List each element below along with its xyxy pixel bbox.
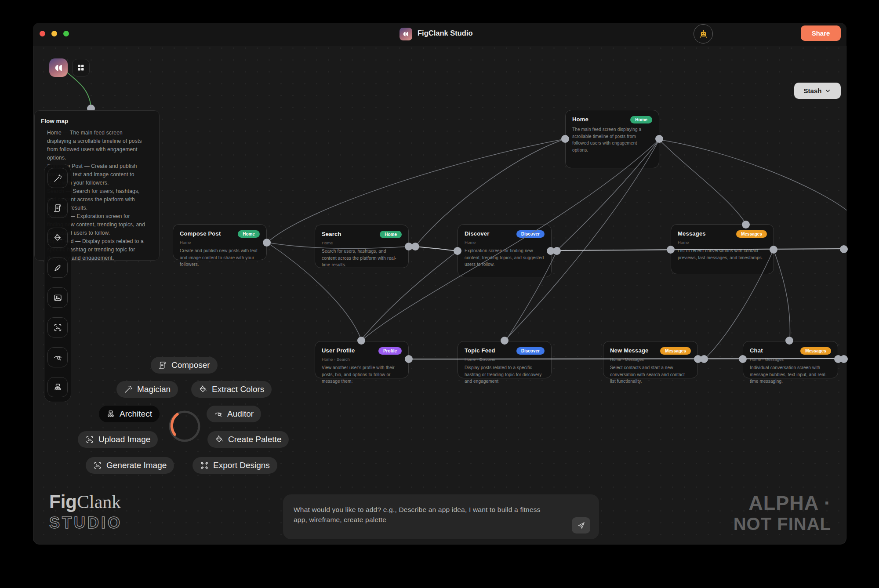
send-button[interactable] xyxy=(572,517,590,534)
paper-plane-icon xyxy=(577,521,585,530)
grid-view-button[interactable] xyxy=(72,59,90,76)
image-frame-icon xyxy=(85,435,94,444)
sidebar-auditor-button[interactable] xyxy=(47,347,68,367)
magic-wand-icon xyxy=(124,385,133,394)
logo-marks-icon xyxy=(54,63,64,73)
tool-label: Extract Colors xyxy=(212,385,264,394)
tool-sidebar xyxy=(44,164,71,402)
tool-composer[interactable]: Composer xyxy=(151,357,218,374)
chevron-down-icon xyxy=(825,87,831,94)
node-title: Topic Feed xyxy=(465,347,495,354)
sidebar-magician-button[interactable] xyxy=(47,168,68,188)
tool-label: Architect xyxy=(120,409,152,419)
node-title: Compose Post xyxy=(180,230,221,237)
sidebar-pen-button[interactable] xyxy=(47,258,68,278)
node-description: Search for users, hashtags, and content … xyxy=(322,248,402,269)
tool-export-designs[interactable]: Export Designs xyxy=(193,457,277,474)
node-title: Discover xyxy=(465,230,490,237)
sidebar-extract-colors-button[interactable] xyxy=(47,228,68,248)
tool-label: Upload Image xyxy=(98,435,150,444)
node-description: Display posts related to a specific hash… xyxy=(465,364,545,385)
sidebar-upload-image-button[interactable] xyxy=(47,287,68,308)
node-description: Exploration screen for finding new conte… xyxy=(465,247,545,268)
connector-port[interactable] xyxy=(785,337,793,345)
sidebar-architect-button[interactable] xyxy=(47,377,68,397)
node-breadcrumb: Home › Discover xyxy=(465,357,545,362)
node-title: Chat xyxy=(750,347,763,354)
node-title: Messages xyxy=(678,230,706,237)
node-description: The main feed screen displaying a scroll… xyxy=(572,126,652,153)
node-breadcrumb: Home xyxy=(322,240,402,245)
tool-magician[interactable]: Magician xyxy=(116,381,178,398)
connector-port[interactable] xyxy=(739,355,747,363)
connector-port[interactable] xyxy=(357,337,365,345)
brand-studio: STUDIO xyxy=(49,514,122,532)
node-card-topic-feed[interactable]: Topic FeedDiscover Home › Discover Displ… xyxy=(458,341,552,378)
node-description: List of recent conversations with contac… xyxy=(678,247,767,261)
minimize-window-button[interactable] xyxy=(51,31,57,36)
connector-port[interactable] xyxy=(840,245,848,253)
tool-label: Create Palette xyxy=(228,435,281,444)
stash-label: Stash xyxy=(804,87,822,94)
node-description: Create and publish new posts with text a… xyxy=(180,247,260,268)
connector-port[interactable] xyxy=(405,355,413,363)
connector-port[interactable] xyxy=(655,135,663,143)
paint-bucket-icon xyxy=(199,385,207,394)
node-card-user-profile[interactable]: User ProfileProfile Home › Search View a… xyxy=(315,341,409,378)
close-window-button[interactable] xyxy=(40,31,45,36)
connector-port[interactable] xyxy=(667,246,675,254)
node-badge: Home xyxy=(380,231,402,238)
sidebar-composer-button[interactable] xyxy=(47,198,68,218)
node-card-compose-post[interactable]: Compose PostHome Home Create and publish… xyxy=(173,224,267,260)
node-title: New Message xyxy=(610,347,648,354)
connector-port[interactable] xyxy=(553,247,561,255)
node-breadcrumb: Home › Messages xyxy=(610,357,691,362)
node-card-home[interactable]: HomeHome The main feed screen displaying… xyxy=(565,110,659,168)
watermark-line1: ALPHA · xyxy=(734,492,831,514)
prompt-input[interactable]: What would you like to add? e.g., Descri… xyxy=(283,494,599,539)
tool-architect[interactable]: Architect xyxy=(99,406,160,422)
user-avatar[interactable] xyxy=(694,24,713,44)
share-button[interactable]: Share xyxy=(801,25,841,41)
node-card-chat[interactable]: ChatMessages Home › Messages Individual … xyxy=(743,341,838,378)
node-badge: Discover xyxy=(516,347,545,355)
tool-label: Composer xyxy=(171,360,210,370)
connector-port[interactable] xyxy=(700,355,708,363)
node-badge: Profile xyxy=(378,347,402,355)
tool-extract-colors[interactable]: Extract Colors xyxy=(191,381,272,398)
connector-port[interactable] xyxy=(501,337,509,345)
connector-port[interactable] xyxy=(411,243,419,250)
connector-port[interactable] xyxy=(561,135,569,143)
scroll-icon xyxy=(158,361,167,370)
tool-generate-image[interactable]: Generate Image xyxy=(86,457,174,474)
brand-logo: FigClank STUDIO xyxy=(49,491,122,532)
node-breadcrumb: Home xyxy=(678,240,767,245)
node-card-messages[interactable]: MessagesMessages Home List of recent con… xyxy=(671,224,774,274)
connector-port[interactable] xyxy=(454,247,461,255)
node-card-new-message[interactable]: New MessageMessages Home › Messages Sele… xyxy=(603,341,698,378)
node-breadcrumb: Home › Messages xyxy=(750,357,831,362)
zoom-window-button[interactable] xyxy=(63,31,69,36)
tool-auditor[interactable]: Auditor xyxy=(207,406,261,422)
node-breadcrumb: Home xyxy=(180,240,260,245)
connector-port[interactable] xyxy=(742,221,750,229)
home-logo-button[interactable] xyxy=(49,58,68,77)
image-icon xyxy=(53,293,62,302)
tool-upload-image[interactable]: Upload Image xyxy=(78,431,158,448)
tool-create-palette[interactable]: Create Palette xyxy=(207,431,289,448)
node-badge: Messages xyxy=(660,347,691,355)
brand-fig: Fig xyxy=(49,491,77,512)
node-title: User Profile xyxy=(322,347,355,354)
node-card-search[interactable]: SearchHome Home Search for users, hashta… xyxy=(315,225,409,268)
connector-port[interactable] xyxy=(840,355,848,363)
tool-label: Export Designs xyxy=(213,461,270,470)
sidebar-generate-image-button[interactable] xyxy=(47,317,68,338)
connector-port[interactable] xyxy=(770,246,777,254)
node-card-discover[interactable]: DiscoverDiscover Home Exploration screen… xyxy=(458,224,552,277)
selection-frame-icon xyxy=(200,461,209,470)
node-breadcrumb: Home xyxy=(465,240,545,245)
stash-dropdown[interactable]: Stash xyxy=(794,83,841,99)
connector-port[interactable] xyxy=(263,239,271,247)
eye-search-icon xyxy=(214,410,223,418)
node-title: Home xyxy=(572,116,588,123)
